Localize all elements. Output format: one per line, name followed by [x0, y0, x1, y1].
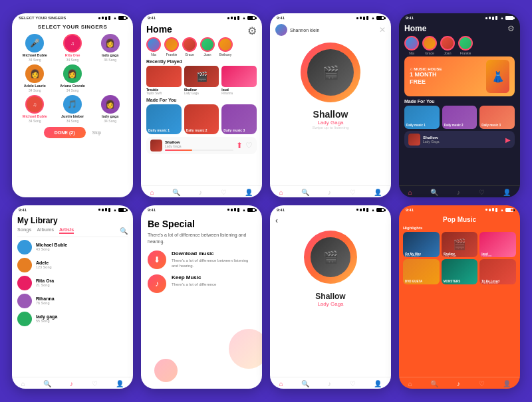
highlight-artist-1: Alan Walker: [405, 254, 419, 257]
nav7-home[interactable]: ⌂: [279, 380, 283, 387]
story-item-4[interactable]: Joan: [200, 37, 215, 56]
made-item-2[interactable]: Daily music 2: [184, 104, 219, 134]
nav-home[interactable]: ⌂: [150, 189, 154, 196]
nav5-heart[interactable]: ♡: [92, 380, 98, 387]
singer-avatar-selected: ♫: [63, 34, 82, 52]
dark-play-icon[interactable]: ▶: [505, 136, 511, 144]
song-artist-link[interactable]: Lady Gaga: [317, 120, 343, 126]
nav5-user[interactable]: 👤: [116, 380, 124, 387]
nav-user[interactable]: 👤: [245, 189, 253, 196]
screen1-content: SELECT YOUR SINGERS 🎤 Michael Buble 34 S…: [12, 21, 133, 141]
back-icon[interactable]: ‹: [275, 216, 278, 225]
mini-info: Shallow Lady Gaga: [165, 140, 233, 151]
nav8-lib[interactable]: ♪: [457, 380, 460, 387]
nav-heart[interactable]: ♡: [221, 189, 227, 196]
lib-item-5[interactable]: lady gaga 55 Song: [17, 312, 128, 326]
dark-nav-lib[interactable]: ♪: [457, 189, 460, 196]
story-item-2[interactable]: Frankie: [164, 37, 179, 56]
singer-item-8[interactable]: 👩 lady gaga 34 Song: [92, 95, 128, 123]
singer-item[interactable]: 🎤 Michael Buble 34 Song: [17, 34, 53, 62]
dark-gear-icon[interactable]: ⚙: [507, 24, 515, 33]
dark-made-1[interactable]: Daily music 1: [404, 106, 440, 129]
done-button[interactable]: DONE (2): [44, 127, 86, 138]
recent-item-1[interactable]: Trouble Taylor Swift: [146, 66, 182, 95]
nav-lib-3[interactable]: ♪: [328, 189, 331, 196]
skip-button[interactable]: Skip: [92, 130, 102, 135]
singer-count-8: 34 Song: [104, 119, 116, 123]
mini-player[interactable]: Shallow Lady Gaga ⬆ ♡: [146, 137, 257, 154]
nav-search[interactable]: 🔍: [172, 189, 180, 196]
status-bar-7: 9:41 ▲: [270, 205, 391, 213]
highlight-item-4[interactable]: DVD GUETA: [403, 259, 440, 284]
dark-story-3[interactable]: Joan: [440, 36, 455, 55]
lib-item-4[interactable]: Rihanna 76 Song: [17, 294, 128, 308]
lib-item-info-5: lady gaga 55 Song: [36, 314, 57, 323]
highlight-item-6[interactable]: To Be Loved Party Monster: [479, 259, 516, 284]
dark-story-4[interactable]: Frankie: [458, 36, 473, 55]
singer-item-7[interactable]: 🎵 Justin bieber 34 Song: [55, 95, 90, 123]
lib-item-3[interactable]: Rita Ora 21 Song: [17, 276, 128, 290]
story-name-3: Grace: [185, 52, 194, 56]
nav8-user[interactable]: 👤: [503, 380, 511, 387]
nav5-home[interactable]: ⌂: [21, 380, 25, 387]
made-item-1[interactable]: Daily music 1: [146, 104, 182, 134]
nav7-lib[interactable]: ♪: [328, 380, 331, 387]
nav7-search[interactable]: 🔍: [301, 380, 309, 387]
sig-1: [356, 17, 358, 19]
dark-mini-player[interactable]: Shallow Lady Gaga ▶: [404, 131, 515, 148]
nav-library[interactable]: ♪: [199, 189, 202, 196]
lib-tabs: Songs Albums Artists 🔍: [17, 227, 128, 237]
nav-heart-3[interactable]: ♡: [350, 189, 356, 196]
nav-user-3[interactable]: 👤: [374, 189, 382, 196]
nav8-heart[interactable]: ♡: [479, 380, 485, 387]
dark-nav-user[interactable]: 👤: [503, 189, 511, 196]
nav-home-3[interactable]: ⌂: [279, 189, 283, 196]
lib-tab-artists[interactable]: Artists: [59, 227, 74, 234]
lib-tab-albums[interactable]: Albums: [37, 227, 54, 234]
made-item-3[interactable]: Daily music 3: [221, 104, 257, 134]
singer-avatar-4: 👩: [25, 64, 44, 83]
nav7-user[interactable]: 👤: [374, 380, 382, 387]
highlight-item-1[interactable]: On My Way Alan Walker: [403, 232, 440, 257]
lib-item-2[interactable]: Adele 123 Song: [17, 258, 128, 272]
lib-tab-songs[interactable]: Songs: [17, 227, 31, 234]
singer-item-4[interactable]: 👩 Adele Laurie 34 Song: [17, 64, 53, 92]
lib-search-icon[interactable]: 🔍: [120, 227, 128, 235]
story-row: Nia Frankie Grace Joan: [146, 37, 257, 56]
singer-item-5[interactable]: 👩 Ariana Grande 34 Song: [55, 64, 90, 92]
recent-item-2[interactable]: 🎬 Shallow Lady Gaga: [184, 66, 219, 95]
gear-icon[interactable]: ⚙: [247, 25, 257, 34]
highlight-item-3[interactable]: loud Rihanna: [479, 232, 516, 257]
nav8-home[interactable]: ⌂: [408, 380, 412, 387]
dark-nav-heart[interactable]: ♡: [479, 189, 485, 196]
dark-story-1[interactable]: Nia: [404, 36, 419, 55]
share-icon[interactable]: ⬆: [236, 141, 243, 150]
story-item-3[interactable]: Grace: [182, 37, 197, 56]
dark-nav-search[interactable]: 🔍: [430, 189, 438, 196]
be-special-sub: There's a lot of difference between list…: [148, 232, 255, 245]
nav-search-3[interactable]: 🔍: [301, 189, 309, 196]
highlight-item-5[interactable]: MONSTERS: [442, 259, 478, 284]
singer-item-3[interactable]: 👩 lady gaga 34 Song: [92, 34, 128, 62]
heart-icon[interactable]: ♡: [245, 141, 253, 150]
highlight-artist-2: Lady Gaga: [444, 254, 457, 257]
story-item-5[interactable]: Bethany: [218, 37, 233, 56]
dark-made-3[interactable]: Daily music 3: [479, 106, 515, 129]
dark-nav-home[interactable]: ⌂: [408, 189, 412, 196]
highlight-item-2[interactable]: 🎬 Shallow Lady Gaga: [442, 232, 478, 257]
dark-made-2[interactable]: Daily music 2: [442, 106, 477, 129]
close-icon[interactable]: ✕: [379, 25, 386, 35]
nav8-search[interactable]: 🔍: [430, 380, 438, 387]
story-item-1[interactable]: Nia: [146, 37, 161, 56]
singer-avatar-6: ♫: [25, 95, 44, 114]
singer-item-6[interactable]: ♫ Michael Buble 34 Song: [17, 95, 53, 123]
promo-banner[interactable]: ♫ MUSIC HOUSE 1 MONTH FREE 👗: [404, 56, 515, 96]
story-circle-4: [200, 37, 215, 52]
singer-item-selected[interactable]: ♫ Rita One 34 Song: [55, 34, 90, 62]
nav7-heart[interactable]: ♡: [350, 380, 356, 387]
lib-item-1[interactable]: Michael Buble 43 Song: [17, 240, 128, 254]
recent-item-3[interactable]: loud Rihanna: [221, 66, 257, 95]
nav5-lib[interactable]: ♪: [70, 380, 73, 387]
nav5-search[interactable]: 🔍: [43, 380, 51, 387]
dark-story-2[interactable]: Grace: [422, 36, 437, 55]
